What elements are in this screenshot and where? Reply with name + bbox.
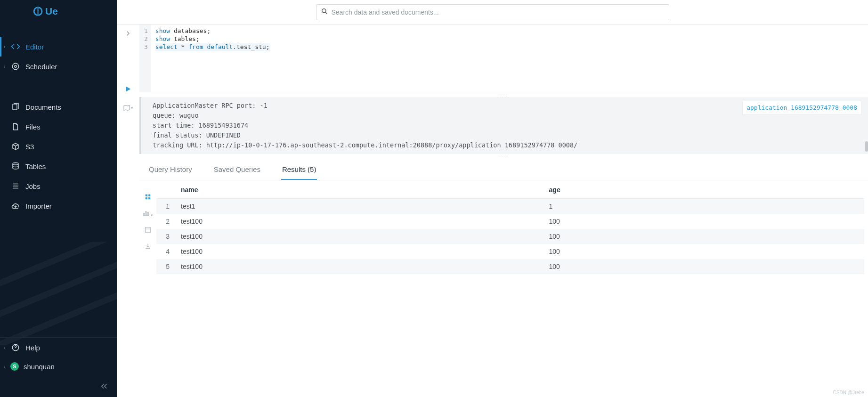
code-icon	[10, 41, 21, 52]
chevron-right-icon: ›	[4, 64, 8, 69]
chevron-right-icon: ›	[4, 44, 8, 49]
sidebar-item-label: Help	[25, 344, 40, 352]
sidebar-item-label: Jobs	[25, 182, 41, 190]
map-layout-button[interactable]: ▾	[123, 103, 133, 113]
table-row[interactable]: 3test100100	[156, 229, 864, 244]
sidebar-item-jobs[interactable]: Jobs	[0, 176, 117, 196]
cell-age: 100	[544, 244, 864, 259]
application-link[interactable]: application_1689152974778_0008	[742, 101, 861, 115]
tab-query-history[interactable]: Query History	[148, 161, 193, 180]
drag-handle-icon[interactable]: ⋯⋯	[139, 92, 868, 97]
importer-icon	[10, 201, 21, 211]
log-line: start time: 1689154931674	[153, 121, 857, 130]
sidebar-item-label: S3	[25, 143, 34, 151]
sidebar-item-help[interactable]: › Help	[0, 338, 117, 357]
cell-name: test100	[175, 229, 544, 244]
sidebar-item-label: Documents	[25, 103, 61, 111]
tab-results[interactable]: Results (5)	[281, 161, 317, 180]
code-editor[interactable]: 123 show databases;show tables;select * …	[139, 24, 868, 92]
grid-view-button[interactable]	[145, 194, 151, 202]
sidebar-item-documents[interactable]: Documents	[0, 97, 117, 117]
sidebar-item-importer[interactable]: Importer	[0, 196, 117, 216]
cell-index: 5	[156, 259, 175, 274]
files-icon	[10, 122, 21, 132]
tab-saved-queries[interactable]: Saved Queries	[213, 161, 261, 180]
topbar	[117, 0, 868, 24]
sidebar: Ue › Editor › Scheduler Documents	[0, 0, 117, 397]
help-icon	[10, 342, 21, 353]
code-content[interactable]: show databases;show tables;select * from…	[151, 24, 275, 92]
log-line: final status: UNDEFINED	[153, 130, 857, 140]
col-age[interactable]: age	[544, 181, 864, 199]
expand-panel-button[interactable]	[123, 28, 133, 39]
watermark: CSDN @Jrebe	[833, 390, 864, 395]
line-numbers: 123	[139, 24, 151, 92]
main: ▾ 123 show databases;show tables;select …	[117, 0, 868, 397]
table-row[interactable]: 4test100100	[156, 244, 864, 259]
sidebar-bottom: › Help › S shunquan	[0, 337, 117, 397]
scrollbar-thumb[interactable]	[865, 141, 868, 152]
cell-age: 1	[544, 198, 864, 214]
svg-rect-16	[143, 213, 144, 216]
search-icon	[321, 8, 328, 16]
tables-icon	[10, 161, 21, 171]
results-gutter: ▾	[139, 180, 156, 397]
s3-icon	[10, 141, 21, 152]
cell-index: 4	[156, 244, 175, 259]
svg-line-11	[325, 12, 327, 14]
cell-index: 3	[156, 229, 175, 244]
drag-handle-icon[interactable]: ⋯⋯	[139, 154, 868, 159]
cell-index: 1	[156, 198, 175, 214]
download-button[interactable]	[145, 243, 151, 251]
search-input[interactable]	[332, 8, 664, 16]
jobs-icon	[10, 181, 21, 191]
target-icon	[10, 61, 21, 72]
columns-button[interactable]	[145, 227, 151, 235]
svg-rect-13	[148, 194, 150, 196]
svg-rect-14	[146, 197, 147, 199]
cell-age: 100	[544, 229, 864, 244]
avatar: S	[10, 362, 19, 371]
sidebar-item-files[interactable]: Files	[0, 117, 117, 137]
search-box[interactable]	[316, 4, 669, 20]
collapse-sidebar-button[interactable]	[0, 375, 117, 397]
svg-rect-15	[148, 197, 150, 199]
svg-rect-18	[147, 212, 148, 215]
run-button[interactable]	[123, 84, 133, 94]
sidebar-item-tables[interactable]: Tables	[0, 156, 117, 176]
sidebar-item-s3[interactable]: S3	[0, 137, 117, 156]
sidebar-item-label: Tables	[25, 162, 46, 170]
result-tabs: Query History Saved Queries Results (5)	[139, 159, 868, 180]
table-row[interactable]: 5test100100	[156, 259, 864, 274]
sidebar-nav-primary: › Editor › Scheduler	[0, 37, 117, 76]
svg-point-10	[322, 9, 325, 13]
cell-age: 100	[544, 259, 864, 274]
sidebar-item-editor[interactable]: › Editor	[0, 37, 117, 57]
svg-text:Ue: Ue	[45, 6, 58, 16]
sidebar-item-label: Scheduler	[25, 63, 57, 71]
cell-age: 100	[544, 214, 864, 229]
sidebar-item-scheduler[interactable]: › Scheduler	[0, 57, 117, 76]
col-name[interactable]: name	[175, 181, 544, 199]
svg-rect-4	[13, 104, 17, 110]
cell-name: test1	[175, 198, 544, 214]
log-panel: application_1689152974778_0008 Applicati…	[139, 97, 868, 154]
svg-rect-17	[145, 211, 146, 215]
svg-point-5	[13, 163, 18, 165]
col-index[interactable]	[156, 181, 175, 199]
logo[interactable]: Ue	[0, 0, 117, 23]
cell-name: test100	[175, 259, 544, 274]
chevron-right-icon: ›	[4, 345, 8, 350]
chart-view-button[interactable]: ▾	[143, 210, 154, 218]
table-row[interactable]: 1test11	[156, 198, 864, 214]
table-row[interactable]: 2test100100	[156, 214, 864, 229]
sidebar-item-label: Editor	[25, 43, 44, 51]
sidebar-nav-secondary: Documents Files S3 Tables Jobs	[0, 97, 117, 216]
cell-name: test100	[175, 214, 544, 229]
cell-index: 2	[156, 214, 175, 229]
svg-point-2	[12, 63, 19, 70]
svg-rect-12	[146, 194, 147, 196]
editor-gutter: ▾	[117, 24, 139, 397]
chevron-right-icon: ›	[4, 364, 8, 369]
sidebar-item-user[interactable]: › S shunquan	[0, 357, 117, 375]
